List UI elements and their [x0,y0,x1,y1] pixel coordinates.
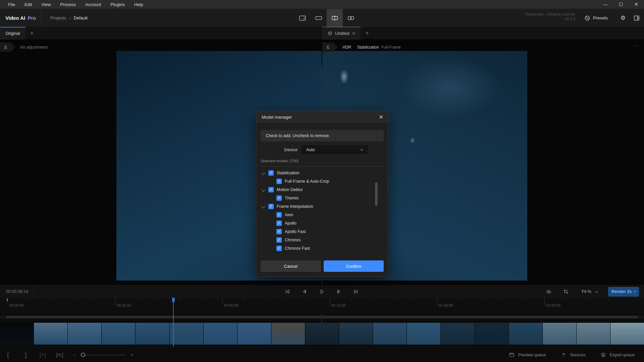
view-full-icon[interactable] [311,9,327,27]
model-checkbox[interactable]: ✓ [276,246,282,251]
filmstrip-thumbnail[interactable] [339,323,373,345]
filmstrip-thumbnail[interactable] [305,323,339,345]
dialog-buttons: Cancel Confirm [261,260,384,272]
model-checkbox[interactable]: ✓ [276,229,282,234]
menu-help[interactable]: Help [129,2,148,7]
chevron-down-icon[interactable] [262,188,265,191]
model-checkbox[interactable]: ✓ [276,221,282,226]
filter-stabilization-label[interactable]: Stabilization [357,45,379,50]
crop-icon[interactable] [562,289,570,295]
filmstrip-thumbnail[interactable] [475,323,508,345]
sources-button[interactable]: Sources [561,352,586,358]
menu-edit[interactable]: Edit [20,2,37,7]
filmstrip-thumbnail[interactable] [543,323,576,345]
preview-queue-button[interactable]: Preview queue [509,352,546,358]
view-single-icon[interactable] [294,9,311,27]
confirm-button[interactable]: Confirm [324,260,384,272]
device-value: Auto [306,147,315,152]
dialog-scrollbar[interactable] [375,182,378,206]
menu-account[interactable]: Account [80,2,106,7]
device-select[interactable]: Auto [301,145,368,154]
mute-icon[interactable] [545,289,553,295]
set-out-point-button[interactable]: ] [22,351,29,359]
app-title: Video AI [5,15,25,21]
filmstrip-thumbnail[interactable] [610,323,644,345]
zoom-out-icon[interactable]: − [73,352,76,358]
prev-frame-button[interactable] [301,288,309,295]
play-button[interactable] [318,288,326,295]
timeline-ruler[interactable]: 00:00:0000:25:0000:50:0001:15:0001:40:00… [0,298,644,314]
export-queue-button[interactable]: Export queue [600,352,635,358]
presets-button[interactable]: Presets [584,9,608,27]
filmstrip-thumbnail[interactable] [204,323,237,345]
slider-knob[interactable] [81,353,85,357]
set-in-point-button[interactable]: [ [5,351,11,359]
ruler-tick [501,298,502,301]
breadcrumb-projects[interactable]: Projects [50,15,66,20]
filmstrip-thumbnail[interactable] [237,323,271,345]
model-label: Chronos [285,238,301,242]
clear-in-out-button[interactable]: [✕] [40,352,46,358]
filter-hdr-label[interactable]: HDR [342,45,351,50]
filmstrip-thumbnail[interactable] [0,323,34,345]
filmstrip-thumbnail[interactable] [34,323,67,345]
maximize-button[interactable] [613,0,629,9]
dialog-hint: Check to add. Uncheck to remove. [261,130,384,141]
menu-plugins[interactable]: Plugins [106,2,129,7]
zoom-in-icon[interactable]: + [130,352,133,358]
menu-view[interactable]: View [37,2,55,7]
tab-close-icon[interactable]: ✕ [352,31,355,36]
layers-icon [600,352,606,358]
filmstrip-thumbnail[interactable] [102,323,135,345]
filmstrip-thumbnail[interactable] [170,323,203,345]
add-tab-right-button[interactable]: + [361,27,373,40]
menu-file[interactable]: File [3,2,20,7]
timeline-scrollbar [0,315,644,319]
zoom-fit-select[interactable]: Fit % [582,289,599,294]
zoom-to-selection-button[interactable]: [ ] [56,352,63,358]
model-checkbox[interactable]: ✓ [268,170,274,176]
breadcrumb-current[interactable]: Default [74,15,88,20]
dialog-close-icon[interactable]: ✕ [379,114,383,120]
model-checkbox[interactable]: ✓ [268,187,274,192]
right-adjustments-row: fx HDR · Stabilization Full-Frame [322,43,401,52]
model-label: Frame Interpolation [277,204,313,209]
close-window-button[interactable]: ✕ [629,0,644,9]
model-checkbox[interactable]: ✓ [276,212,282,218]
filmstrip-thumbnail[interactable] [577,323,610,345]
model-checkbox[interactable]: ✓ [276,195,282,201]
filmstrip-thumbnail[interactable] [509,323,542,345]
settings-button[interactable]: ⚙ [621,9,626,27]
model-row: ✓Motion Deblur [261,185,384,194]
tab-untitled[interactable]: Untitled ✕ [322,27,361,40]
render-button[interactable]: Render 2s ▾ [608,287,639,297]
panel-toggle-button[interactable] [633,9,640,27]
minimize-button[interactable]: — [598,0,613,9]
view-side-by-side-icon[interactable] [343,9,359,27]
filmstrip-thumbnail[interactable] [68,323,101,345]
chevron-down-icon[interactable] [262,205,265,208]
skip-start-button[interactable] [283,288,291,295]
cancel-button[interactable]: Cancel [261,260,321,272]
view-split-icon[interactable] [327,9,343,27]
filmstrip-thumbnail[interactable] [136,323,169,345]
chevron-down-icon[interactable] [262,171,265,174]
timeline-zoom-slider[interactable] [81,353,125,357]
tab-original[interactable]: Original [0,27,25,40]
model-checkbox[interactable]: ✓ [276,179,282,184]
filter-mode-label: Full-Frame [381,45,401,50]
skip-end-button[interactable] [352,288,360,295]
add-tab-left-button[interactable]: + [25,27,38,40]
next-frame-button[interactable] [335,288,343,295]
more-options-icon[interactable]: ··· [634,43,639,48]
filmstrip-thumbnail[interactable] [407,323,440,345]
filmstrip-thumbnail[interactable] [441,323,474,345]
model-checkbox[interactable]: ✓ [276,237,282,243]
filmstrip-thumbnail[interactable] [373,323,407,345]
filmstrip-thumbnail[interactable] [271,323,305,345]
menu-process[interactable]: Process [55,2,80,7]
timeline-scroll-thumb[interactable] [6,316,638,318]
playback-controls [283,285,360,298]
model-checkbox[interactable]: ✓ [268,204,274,209]
clapperboard-icon [509,352,515,358]
